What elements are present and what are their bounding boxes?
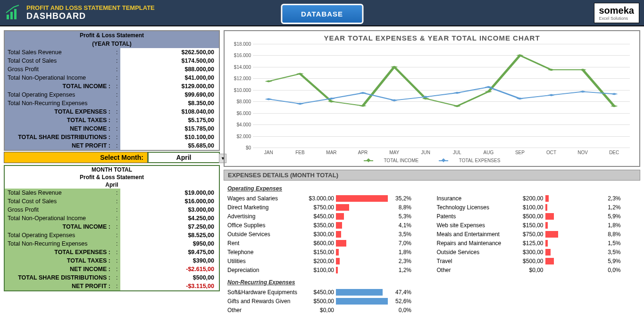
operating-expenses-label: Operating Expenses: [227, 185, 427, 192]
expense-amount: $0,00: [508, 267, 545, 273]
expense-bar: [336, 222, 388, 229]
table-row-label: Total Non-Recurring Expenses: [5, 239, 113, 248]
svg-rect-26: [611, 93, 618, 95]
expense-bar: [545, 249, 597, 256]
expense-bar: [545, 195, 597, 202]
expense-pct: 4,1%: [388, 222, 411, 229]
expense-pct: 2,3%: [388, 258, 411, 264]
select-month-label: Select Month:: [4, 152, 148, 163]
expense-name: Depreciation: [227, 267, 298, 273]
expense-name: Utilities: [227, 258, 298, 264]
legend-income: TOTAL INCOME: [384, 158, 418, 163]
brand-logo: someka Excel Solutions: [594, 3, 640, 23]
expense-amount: $600,00: [298, 240, 336, 247]
table-row-value: $8.350,00: [120, 99, 219, 107]
expense-name: Travel: [437, 258, 508, 264]
month-dropdown[interactable]: April: [148, 152, 220, 163]
expense-row: Other$0,000,0%: [437, 265, 637, 274]
expense-pct: 1,5%: [597, 240, 621, 247]
database-button[interactable]: DATABASE: [281, 4, 363, 24]
expense-row: Telephone$150,001,8%: [227, 248, 427, 256]
expenses-heading: EXPENSES DETAILS (MONTH TOTAL): [224, 170, 640, 181]
expense-amount: $200,00: [298, 258, 336, 264]
expense-row: Technology Licenses$100,001,2%: [437, 203, 637, 212]
expense-pct: 5,9%: [597, 258, 621, 264]
expense-name: Meals and Entertainment: [437, 231, 508, 238]
expense-bar: [336, 204, 388, 211]
brand-sub: Excel Solutions: [599, 16, 635, 21]
year-heading-1: Profit & Loss Statement: [5, 31, 219, 40]
expense-name: Soft&Hardware Equipments: [227, 289, 298, 296]
expense-row: Insurance$200,002,3%: [437, 194, 637, 203]
expense-pct: 0,0%: [597, 267, 621, 273]
table-row-value: $500,00: [120, 273, 219, 282]
expense-row: Web site Expenses$150,001,8%: [437, 221, 637, 230]
line-chart-panel: YEAR TOTAL EXPENSES & YEAR TOTAL INCOME …: [224, 30, 640, 167]
month-heading-1: MONTH TOTAL: [5, 166, 219, 173]
expense-amount: $450,00: [298, 289, 336, 296]
expense-pct: 52,6%: [388, 298, 411, 305]
chart-title: YEAR TOTAL EXPENSES & YEAR TOTAL INCOME …: [229, 34, 635, 42]
table-row-value: $129.000,00: [120, 82, 219, 91]
expense-pct: 3,5%: [388, 231, 411, 238]
table-row-value: $108.040,00: [120, 107, 219, 116]
chart-logo-icon: [5, 4, 22, 21]
expense-amount: $300,00: [298, 231, 336, 238]
table-row-value: $5.685,00: [120, 141, 219, 150]
expense-amount: $100,00: [298, 267, 336, 273]
expense-row: Office Supplies$350,004,1%: [227, 221, 427, 230]
expense-bar: [336, 213, 388, 220]
expense-pct: 2,3%: [597, 195, 621, 202]
table-row-value: $19.000,00: [120, 189, 219, 197]
table-row-label: NET PROFIT :: [5, 282, 113, 290]
expense-name: Web site Expenses: [437, 222, 508, 229]
expense-amount: $450,00: [298, 213, 336, 220]
expense-row: Travel$500,005,9%: [437, 256, 637, 265]
expense-amount: $125,00: [508, 240, 545, 247]
expense-pct: 1,2%: [388, 267, 411, 273]
expense-bar: [545, 240, 597, 247]
expense-bar: [545, 213, 597, 220]
expense-bar: [336, 231, 388, 238]
expense-bar: [545, 258, 597, 264]
year-total-panel: Profit & Loss Statement (YEAR TOTAL) Tot…: [4, 30, 220, 151]
expense-amount: $750,00: [298, 204, 336, 211]
month-heading-2: Profit & Loss Statement: [5, 173, 219, 181]
table-row-label: TOTAL INCOME :: [5, 223, 113, 231]
expense-pct: 8,8%: [388, 204, 411, 211]
expense-pct: 35,2%: [388, 195, 411, 202]
expense-row: Meals and Entertainment$750,008,8%: [437, 230, 637, 239]
expense-amount: $750,00: [508, 231, 545, 238]
table-row-value: $41.000,00: [120, 74, 219, 82]
expenses-details-panel: EXPENSES DETAILS (MONTH TOTAL) Operating…: [224, 170, 640, 317]
table-row-label: Total Sales Revenue: [5, 189, 113, 197]
expense-row: Soft&Hardware Equipments$450,0047,4%: [227, 288, 427, 297]
svg-rect-7: [391, 66, 398, 68]
expense-amount: $100,00: [508, 204, 545, 211]
expense-name: Wages and Salaries: [227, 195, 298, 202]
expense-pct: 5,9%: [597, 213, 621, 220]
expense-amount: $500,00: [298, 298, 336, 305]
table-row-label: Total Cost of Sales: [5, 57, 113, 65]
chart-legend: TOTAL INCOME TOTAL EXPENSES: [229, 158, 635, 163]
expense-name: Outside Services: [227, 231, 298, 238]
table-row-value: $174.500,00: [120, 57, 219, 65]
expense-name: Patents: [437, 213, 508, 220]
table-row-value: $262.500,00: [120, 48, 219, 57]
expense-pct: 47,4%: [388, 289, 411, 296]
table-row-value: $16.000,00: [120, 197, 219, 206]
expense-bar: [336, 307, 388, 314]
table-row-value: $99.690,00: [120, 91, 219, 99]
table-row-value: $5.175,00: [120, 116, 219, 124]
table-row-label: Gross Profit: [5, 206, 113, 214]
table-row-value: -$2.615,00: [120, 265, 219, 273]
expense-bar: [545, 204, 597, 211]
table-row-label: NET INCOME :: [5, 265, 113, 273]
table-row-label: Total Non-Operational Income: [5, 74, 113, 82]
expense-bar: [336, 298, 388, 305]
expense-row: Direct Marketing$750,008,8%: [227, 203, 427, 212]
expense-bar: [545, 231, 597, 238]
expense-pct: 0,0%: [388, 307, 411, 314]
expense-name: Gifts and Rewards Given: [227, 298, 298, 305]
expense-name: Telephone: [227, 249, 298, 256]
